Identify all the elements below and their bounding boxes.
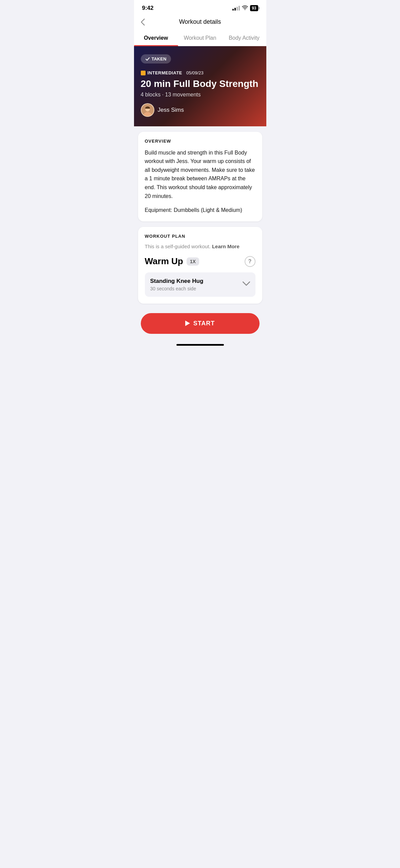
workout-plan-heading: WORKOUT PLAN bbox=[145, 234, 255, 239]
instructor-name: Jess Sims bbox=[158, 107, 184, 113]
tab-overview[interactable]: Overview bbox=[134, 31, 178, 46]
tab-bar: Overview Workout Plan Body Activity bbox=[134, 31, 266, 46]
status-time: 9:42 bbox=[142, 5, 154, 12]
play-icon bbox=[185, 321, 190, 326]
level-icon bbox=[141, 71, 146, 75]
back-button[interactable] bbox=[141, 19, 145, 25]
home-indicator bbox=[134, 341, 266, 348]
taken-badge: TAKEN bbox=[141, 54, 171, 64]
chevron-down-icon bbox=[243, 281, 250, 288]
block-reps: 1X bbox=[187, 257, 199, 266]
hero-banner: TAKEN INTERMEDIATE 05/09/23 20 min Full … bbox=[134, 46, 266, 126]
wifi-icon bbox=[242, 5, 248, 11]
hero-instructor: Jess Sims bbox=[141, 103, 260, 117]
hero-title: 20 min Full Body Strength bbox=[141, 78, 260, 90]
exercise-row[interactable]: Standing Knee Hug 30 seconds each side bbox=[145, 272, 255, 297]
block-header: Warm Up 1X ? bbox=[145, 256, 255, 267]
start-button[interactable]: START bbox=[141, 313, 260, 334]
plan-subtitle: This is a self-guided workout. Learn Mor… bbox=[145, 243, 255, 249]
header: Workout details bbox=[134, 14, 266, 31]
learn-more-link[interactable]: Learn More bbox=[212, 243, 240, 249]
hero-date: 05/09/23 bbox=[186, 70, 204, 75]
hero-subtitle: 4 blocks · 13 movements bbox=[141, 92, 260, 98]
overview-card: OVERVIEW Build muscle and strength in th… bbox=[138, 132, 262, 221]
battery-icon: 93 bbox=[250, 5, 258, 11]
exercise-detail: 30 seconds each side bbox=[150, 286, 204, 291]
start-button-container: START bbox=[134, 309, 266, 341]
level-badge: INTERMEDIATE bbox=[141, 70, 183, 75]
signal-icon bbox=[232, 6, 240, 11]
overview-heading: OVERVIEW bbox=[145, 139, 255, 144]
help-button[interactable]: ? bbox=[245, 256, 255, 267]
exercise-name: Standing Knee Hug bbox=[150, 278, 204, 285]
header-title: Workout details bbox=[179, 18, 221, 25]
block-title: Warm Up 1X bbox=[145, 256, 199, 267]
status-bar: 9:42 93 bbox=[134, 0, 266, 14]
workout-plan-card: WORKOUT PLAN This is a self-guided worko… bbox=[138, 227, 262, 304]
home-bar bbox=[176, 344, 224, 346]
block-name: Warm Up bbox=[145, 256, 183, 267]
equipment-text: Equipment: Dumbbells (Light & Medium) bbox=[145, 206, 255, 215]
exercise-info: Standing Knee Hug 30 seconds each side bbox=[150, 278, 204, 291]
overview-description: Build muscle and strength in this Full B… bbox=[145, 148, 255, 201]
avatar bbox=[141, 103, 154, 117]
tab-body-activity[interactable]: Body Activity bbox=[222, 31, 266, 46]
hero-meta: INTERMEDIATE 05/09/23 bbox=[141, 70, 260, 75]
status-icons: 93 bbox=[232, 5, 258, 11]
tab-workout-plan[interactable]: Workout Plan bbox=[178, 31, 222, 46]
